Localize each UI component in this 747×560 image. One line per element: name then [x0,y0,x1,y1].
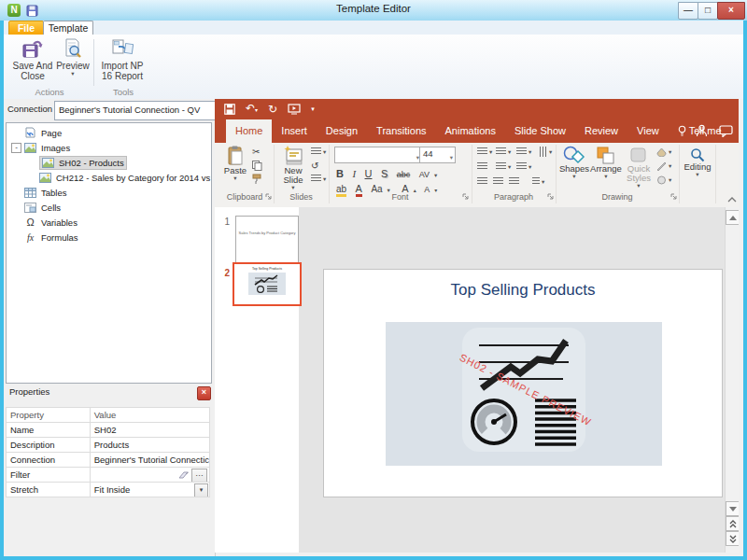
tree-item-label: Page [39,127,63,139]
close-button[interactable]: × [717,2,745,20]
smartart-convert-icon[interactable]: ▾ [532,177,544,186]
pp-qat-customize-icon[interactable]: ▾ [311,104,315,115]
clipboard-dialog-launcher-icon[interactable] [265,193,273,201]
property-value[interactable]: Fit Inside [94,484,131,495]
line-spacing-icon[interactable]: ▾ [516,147,531,156]
drawing-dialog-launcher-icon[interactable] [670,193,678,201]
tree-item-label: Cells [39,202,63,214]
slide-2-thumbnail[interactable]: Top Selling Products [233,262,302,306]
minimize-button[interactable]: — [678,2,698,20]
collapse-expander-icon[interactable]: - [11,143,21,153]
font-size-combobox[interactable]: 44▾ [419,147,456,163]
preview-dropdown-icon[interactable]: ▾ [71,71,74,77]
reset-slide-icon[interactable]: ↺ [311,161,318,171]
slide-1-thumb-title: Sales Trends by Product Category [239,231,296,235]
shape-fill-icon[interactable]: ▾ [656,147,671,157]
pp-save-icon[interactable] [224,104,235,115]
chevron-down-icon[interactable]: ▾ [255,107,258,113]
template-tab[interactable]: Template [43,21,93,35]
slide-1-thumbnail[interactable]: Sales Trends by Product Category [235,216,299,267]
property-value[interactable]: Beginner's Tutorial Connectic [90,453,209,468]
tab-transitions[interactable]: Transitions [367,119,435,143]
bold-button[interactable]: B [336,168,344,179]
tab-view[interactable]: View [627,119,669,143]
scroll-down-button[interactable] [726,501,740,516]
arrange-button[interactable]: Arrange ▾ [590,146,622,179]
table-row[interactable]: Name SH02 [7,423,210,438]
share-person-icon[interactable] [696,124,708,137]
eraser-icon[interactable] [178,470,190,480]
shape-outline-icon[interactable]: ▾ [656,161,671,171]
tree-item-tables[interactable]: Tables [7,185,211,200]
text-direction-icon[interactable]: ▾ [537,147,552,156]
arrange-icon [596,146,616,164]
properties-close-icon[interactable]: × [197,386,211,400]
cut-icon[interactable]: ✂ [252,147,260,157]
slide-editor[interactable]: Top Selling Products SH02 - SAMPLE PREVI… [323,269,723,497]
font-dialog-launcher-icon[interactable] [462,193,470,201]
table-row[interactable]: Filter … [7,468,210,483]
align-text-icon[interactable]: ▾ [496,162,511,171]
chevron-down-icon[interactable]: ▾ [450,151,453,164]
paste-button[interactable]: Paste ▾ [220,146,250,181]
connection-combobox[interactable]: Beginner's Tutorial Connection - QV ▾ [54,101,228,120]
maximize-button[interactable]: □ [698,2,718,20]
copy-icon[interactable] [252,161,262,171]
tree-item-ch212[interactable]: CH212 - Sales by Category for 2014 vs 20… [7,170,211,185]
paragraph-dialog-launcher-icon[interactable] [547,193,555,201]
property-value[interactable]: SH02 [90,423,209,438]
tab-review[interactable]: Review [575,119,627,143]
section-icon[interactable]: ▾ [311,175,326,183]
tab-animations[interactable]: Animations [436,119,505,143]
quick-styles-button[interactable]: Quick Styles ▾ [624,146,654,189]
stretch-dropdown-button[interactable]: ▾ [194,483,208,497]
tree-item-formulas[interactable]: fx Formulas [7,230,211,245]
import-np16-button[interactable]: Import NP 16 Report [97,37,148,86]
pp-undo-icon[interactable]: ↶▾ [246,103,258,116]
tab-home[interactable]: Home [226,119,272,143]
tree-item-variables[interactable]: Ω Variables [7,215,211,230]
tree-item-sh02-products[interactable]: SH02 - Products [7,155,211,170]
new-slide-button[interactable]: New Slide ▾ [277,146,309,190]
previous-slide-button[interactable] [726,516,740,531]
pp-start-from-beginning-icon[interactable] [288,104,301,115]
slide-title[interactable]: Top Selling Products [324,281,722,300]
align-center-icon[interactable] [493,177,503,186]
italic-button[interactable]: I [352,168,356,179]
next-slide-button[interactable] [726,531,740,546]
editing-button[interactable]: Editing ▾ [682,147,713,177]
text-shadow-button[interactable]: S [381,168,388,179]
format-painter-icon[interactable] [252,174,262,185]
table-row[interactable]: Connection Beginner's Tutorial Connectic [7,453,210,468]
scroll-up-button[interactable] [726,210,740,225]
filter-ellipsis-button[interactable]: … [191,469,207,483]
character-spacing-button[interactable]: AV [419,170,430,179]
pp-redo-icon[interactable]: ↻ [268,104,277,115]
tab-insert[interactable]: Insert [272,119,317,143]
tree-item-page[interactable]: Page [7,125,211,140]
comments-icon[interactable] [719,125,733,137]
align-right-icon[interactable] [509,177,519,186]
shape-effects-icon[interactable]: ▾ [656,175,671,185]
align-left-icon[interactable] [477,177,487,186]
table-row[interactable]: Description Products [7,438,210,453]
font-name-combobox[interactable]: ▾ [334,147,422,163]
slide-image-placeholder[interactable]: SH02 - SAMPLE PREVIEW [386,322,662,466]
collapse-ribbon-icon[interactable] [727,197,737,203]
preview-button[interactable]: Preview ▾ [56,37,90,86]
tree-item-cells[interactable]: Cells [7,200,211,215]
underline-button[interactable]: U [365,168,373,179]
columns-icon[interactable]: ▾ [516,162,531,171]
property-value[interactable]: Products [90,438,209,453]
tree-item-images[interactable]: - Images [7,140,211,155]
numbering-icon[interactable]: ▾ [496,147,511,156]
slide-layout-icon[interactable]: ▾ [311,147,326,156]
tab-slide-show[interactable]: Slide Show [505,119,575,143]
decrease-indent-icon[interactable] [477,162,487,171]
save-and-close-button[interactable]: Save And Close [11,37,54,86]
bullets-icon[interactable]: ▾ [477,147,492,156]
table-row[interactable]: Stretch Fit Inside ▾ [7,483,210,497]
strikethrough-button[interactable]: abc [397,170,411,179]
shapes-button[interactable]: Shapes ▾ [559,146,589,179]
tab-design[interactable]: Design [317,119,367,143]
